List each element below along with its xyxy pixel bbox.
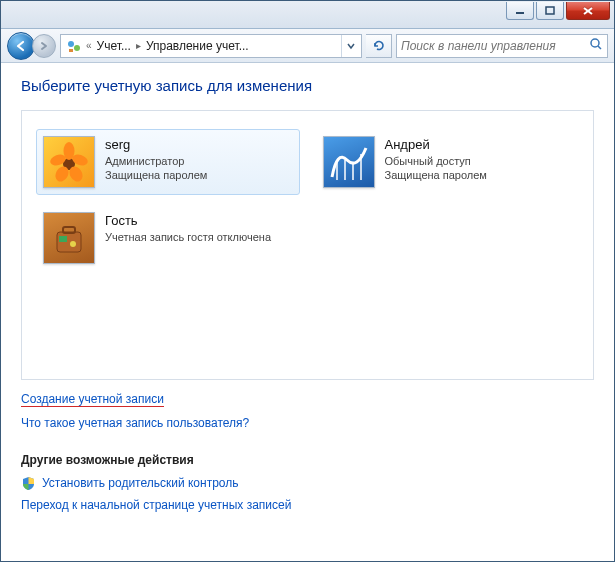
shield-icon [21, 476, 36, 491]
link-create-account[interactable]: Создание учетной записи [21, 392, 164, 407]
navbar: « Учет... ▸ Управление учет... [1, 29, 614, 63]
suitcase-icon [49, 218, 89, 258]
account-item-serg[interactable]: serg Администратор Защищена паролем [36, 129, 300, 195]
svg-point-7 [591, 39, 599, 47]
close-icon [582, 6, 594, 16]
accounts-panel: serg Администратор Защищена паролем [21, 110, 594, 380]
link-accounts-home[interactable]: Переход к начальной странице учетных зап… [21, 495, 594, 517]
avatar [43, 136, 95, 188]
account-name: Гость [105, 212, 271, 230]
search-input[interactable] [401, 35, 589, 57]
link-what-is-account[interactable]: Что такое учетная запись пользователя? [21, 413, 594, 435]
address-bar[interactable]: « Учет... ▸ Управление учет... [60, 34, 362, 58]
other-actions-heading: Другие возможные действия [21, 453, 594, 467]
arrow-left-icon [14, 39, 28, 53]
back-button[interactable] [7, 32, 35, 60]
search-box[interactable] [396, 34, 608, 58]
svg-rect-0 [516, 12, 524, 14]
control-panel-icon [65, 37, 83, 55]
page-title: Выберите учетную запись для изменения [21, 77, 594, 94]
refresh-icon [372, 39, 386, 53]
avatar [43, 212, 95, 264]
account-status: Защищена паролем [385, 168, 487, 183]
svg-point-22 [70, 241, 76, 247]
minimize-icon [515, 6, 525, 16]
account-role: Администратор [105, 154, 207, 169]
link-parental-controls[interactable]: Установить родительский контроль [42, 473, 239, 495]
arrow-right-icon [38, 40, 50, 52]
window-frame: « Учет... ▸ Управление учет... Выберите … [0, 0, 615, 562]
svg-rect-20 [63, 227, 75, 233]
maximize-button[interactable] [536, 2, 564, 20]
forward-button[interactable] [32, 34, 56, 58]
flower-icon [49, 142, 89, 182]
breadcrumb-chevrons: « [85, 40, 93, 51]
chevron-down-icon [347, 42, 355, 50]
avatar [323, 136, 375, 188]
rollercoaster-icon [329, 142, 369, 182]
content-area: Выберите учетную запись для изменения [1, 63, 614, 561]
close-button[interactable] [566, 2, 610, 20]
account-role: Обычный доступ [385, 154, 487, 169]
svg-rect-21 [59, 236, 67, 242]
account-name: Андрей [385, 136, 487, 154]
svg-rect-1 [546, 7, 554, 14]
search-icon [589, 37, 603, 54]
address-dropdown[interactable] [341, 35, 359, 57]
account-name: serg [105, 136, 207, 154]
account-role: Учетная запись гостя отключена [105, 230, 271, 245]
minimize-button[interactable] [506, 2, 534, 20]
breadcrumb-part-2[interactable]: Управление учет... [142, 35, 253, 57]
titlebar [1, 1, 614, 29]
breadcrumb-part-1[interactable]: Учет... [93, 35, 135, 57]
breadcrumb-separator: ▸ [135, 40, 142, 51]
account-item-guest[interactable]: Гость Учетная запись гостя отключена [36, 205, 300, 271]
svg-line-8 [598, 46, 601, 49]
maximize-icon [545, 6, 555, 16]
svg-rect-6 [69, 49, 73, 52]
account-item-andrey[interactable]: Андрей Обычный доступ Защищена паролем [316, 129, 580, 195]
refresh-button[interactable] [366, 34, 392, 58]
svg-point-4 [68, 41, 74, 47]
svg-point-5 [74, 45, 80, 51]
account-status: Защищена паролем [105, 168, 207, 183]
